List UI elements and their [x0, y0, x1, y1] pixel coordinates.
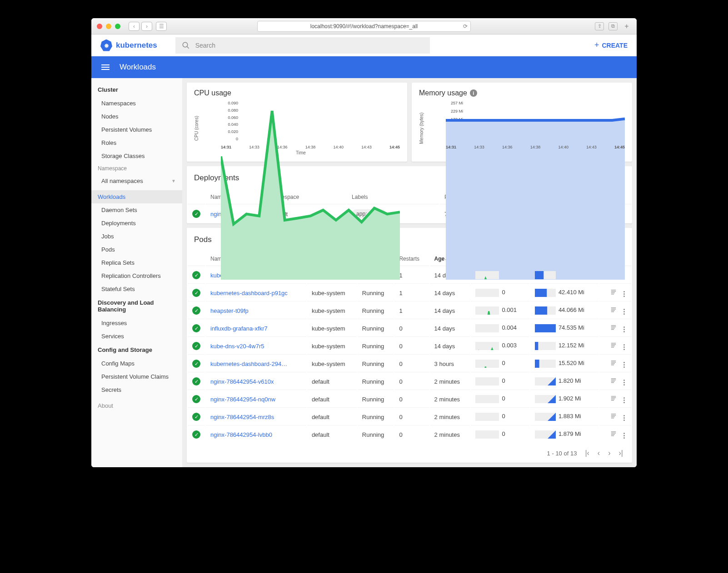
svg-rect-22: [535, 306, 547, 315]
pod-link[interactable]: kubernetes-dashboard-p91gc: [210, 290, 288, 296]
main-content: CPU usageCPU (cores)0.0900.0800.0600.040…: [182, 78, 637, 467]
pod-link[interactable]: kube-dns-v20-4w7r5: [210, 343, 264, 350]
sidebar-item-persistent-volumes[interactable]: Persistent Volumes: [91, 123, 182, 136]
maximize-window-icon[interactable]: [115, 24, 120, 29]
chart-ylabel: Memory (bytes): [419, 101, 424, 155]
chart-title: CPU usage: [194, 89, 231, 97]
pager-next[interactable]: ›: [608, 449, 610, 457]
logo[interactable]: ⎈ kubernetes: [100, 40, 157, 51]
cpu-usage-chart: CPU usageCPU (cores)0.0900.0800.0600.040…: [187, 83, 407, 162]
pager-first[interactable]: |‹: [585, 449, 589, 457]
logs-icon[interactable]: [610, 378, 617, 385]
pod-link[interactable]: heapster-t09fp: [210, 307, 249, 314]
sidebar-item-storage-classes[interactable]: Storage Classes: [91, 149, 182, 163]
namespace-select[interactable]: All namespaces ▼: [91, 174, 182, 188]
sidebar-item-daemon-sets[interactable]: Daemon Sets: [91, 203, 182, 217]
pod-link[interactable]: influxdb-grafana-xfkr7: [210, 325, 268, 332]
status-ok-icon: ✓: [192, 430, 200, 439]
sidebar-item-namespaces[interactable]: Namespaces: [91, 97, 182, 110]
svg-marker-3: [446, 119, 625, 280]
logs-icon[interactable]: [610, 396, 617, 403]
sidebar-item-services[interactable]: Services: [91, 330, 182, 343]
logs-icon[interactable]: [610, 343, 617, 350]
sidebar-item-persistent-volume-claims[interactable]: Persistent Volume Claims: [91, 370, 182, 383]
search-icon: [182, 41, 190, 49]
row-menu-icon[interactable]: [622, 291, 627, 297]
pod-link[interactable]: nginx-786442954-nq0nw: [210, 396, 275, 403]
create-button[interactable]: + CREATE: [594, 40, 628, 50]
forward-button[interactable]: ›: [141, 22, 152, 31]
svg-marker-2: [221, 111, 400, 280]
pager-last[interactable]: ›|: [619, 449, 623, 457]
address-bar[interactable]: localhost:9090/#!/workload?namespace=_al…: [257, 21, 471, 32]
table-row: ✓ kube-dns-v20-4w7r5 kube-system Running…: [188, 338, 631, 355]
sidebar-item-pods[interactable]: Pods: [91, 243, 182, 256]
row-menu-icon[interactable]: [622, 344, 627, 350]
sidebar-header-namespace: Namespace: [91, 163, 182, 174]
row-menu-icon[interactable]: [622, 433, 627, 439]
sidebar: Cluster NamespacesNodesPersistent Volume…: [91, 78, 182, 467]
menu-icon[interactable]: [101, 64, 110, 70]
pods-pager: 1 - 10 of 13 |‹ ‹ › ›|: [187, 444, 632, 463]
tabs-icon[interactable]: ⧉: [608, 22, 618, 30]
browser-window: ‹ › ☰ localhost:9090/#!/workload?namespa…: [91, 18, 637, 467]
pod-link[interactable]: kubernetes-dashboard-294904...: [210, 361, 288, 367]
status-ok-icon: ✓: [192, 324, 200, 332]
search-input[interactable]: Search: [175, 37, 430, 54]
status-ok-icon: ✓: [192, 306, 200, 315]
table-row: ✓ influxdb-grafana-xfkr7 kube-system Run…: [188, 320, 631, 337]
sidebar-item-secrets[interactable]: Secrets: [91, 383, 182, 396]
logs-icon[interactable]: [610, 431, 617, 438]
svg-marker-45: [535, 377, 556, 385]
status-ok-icon: ✓: [192, 360, 200, 368]
logs-icon[interactable]: [610, 290, 617, 296]
memory-bar: [535, 395, 556, 403]
row-menu-icon[interactable]: [622, 380, 627, 385]
close-window-icon[interactable]: [97, 24, 102, 29]
reload-icon[interactable]: ⟳: [463, 23, 468, 30]
sidebar-item-nodes[interactable]: Nodes: [91, 110, 182, 123]
cpu-sparkline: [475, 306, 499, 315]
row-menu-icon[interactable]: [622, 362, 627, 368]
sidebar-item-ingresses[interactable]: Ingresses: [91, 316, 182, 330]
chart-ylabel: CPU (cores): [194, 101, 199, 155]
table-row: ✓ kubernetes-dashboard-294904... kube-sy…: [188, 356, 631, 372]
cpu-sparkline: [475, 289, 499, 297]
info-icon[interactable]: i: [470, 89, 477, 97]
svg-point-0: [183, 42, 188, 47]
pager-prev[interactable]: ‹: [598, 449, 600, 457]
row-menu-icon[interactable]: [622, 397, 627, 403]
sidebar-item-replica-sets[interactable]: Replica Sets: [91, 256, 182, 269]
pod-link[interactable]: nginx-786442954-v610x: [210, 378, 274, 385]
sidebar-toggle-icon[interactable]: ☰: [156, 22, 167, 31]
plus-icon: +: [594, 40, 599, 50]
logs-icon[interactable]: [610, 325, 617, 332]
back-button[interactable]: ‹: [129, 22, 140, 31]
svg-line-1: [187, 46, 189, 49]
logs-icon[interactable]: [610, 361, 617, 367]
row-menu-icon[interactable]: [622, 326, 627, 332]
sidebar-item-replication-controllers[interactable]: Replication Controllers: [91, 269, 182, 282]
blue-header: Workloads: [91, 56, 637, 78]
memory-bar: [535, 289, 556, 297]
memory-bar: [535, 377, 556, 385]
row-menu-icon[interactable]: [622, 415, 627, 421]
logs-icon[interactable]: [610, 414, 617, 420]
minimize-window-icon[interactable]: [106, 24, 111, 29]
table-row: ✓ heapster-t09fp kube-system Running 1 1…: [188, 302, 631, 319]
logs-icon[interactable]: [610, 307, 617, 314]
share-icon[interactable]: ⇪: [595, 22, 604, 30]
sidebar-item-jobs[interactable]: Jobs: [91, 230, 182, 243]
sidebar-item-deployments[interactable]: Deployments: [91, 217, 182, 230]
search-placeholder: Search: [195, 42, 215, 49]
row-menu-icon[interactable]: [622, 309, 627, 315]
sidebar-item-config-maps[interactable]: Config Maps: [91, 357, 182, 370]
sidebar-item-about[interactable]: About: [91, 399, 182, 412]
sidebar-item-roles[interactable]: Roles: [91, 136, 182, 149]
sidebar-item-workloads[interactable]: Workloads: [91, 190, 182, 203]
kubernetes-logo-icon: ⎈: [100, 40, 112, 51]
new-tab-icon[interactable]: +: [622, 22, 631, 30]
pod-link[interactable]: nginx-786442954-mrz8s: [210, 414, 274, 420]
sidebar-item-stateful-sets[interactable]: Stateful Sets: [91, 282, 182, 296]
pod-link[interactable]: nginx-786442954-lvbb0: [210, 431, 272, 438]
